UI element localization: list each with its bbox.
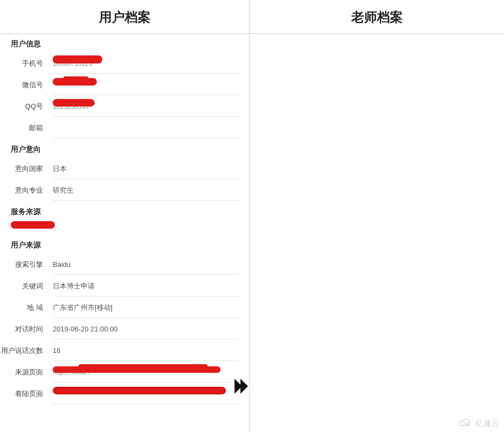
value-landing (53, 384, 239, 404)
section-source-title: 用户来源 (0, 235, 249, 254)
row-engine: 搜索引擎 Baidu (0, 254, 249, 275)
label-engine: 搜索引擎 (0, 254, 46, 270)
label-qq: QQ号 (0, 96, 46, 111)
value-engine: Baidu (53, 254, 239, 275)
row-phone: 手机号 18588718125 (0, 53, 249, 74)
double-arrow-right-icon[interactable] (235, 379, 246, 394)
label-country: 意向国家 (0, 159, 46, 174)
row-region: 地 域 广东省广州市[移动] (0, 298, 249, 318)
redaction-mark (53, 78, 97, 86)
redaction-mark (53, 99, 95, 107)
user-profile-title: 用户档案 (0, 0, 249, 34)
label-major: 意向专业 (0, 180, 46, 195)
value-wechat (53, 75, 239, 95)
label-region: 地 域 (0, 298, 46, 313)
value-country: 日本 (53, 159, 239, 179)
row-wechat: 微信号 (0, 75, 249, 95)
cloud-icon (458, 418, 473, 429)
section-user-info-title: 用户信息 (0, 34, 249, 53)
label-landing: 着陆页面 (0, 384, 46, 399)
label-talk-count: 用户说话次数 (0, 341, 46, 356)
watermark: 亿速云 (458, 418, 500, 429)
row-referrer: 来源页面 https://www... (0, 362, 249, 383)
redaction-mark (53, 55, 102, 63)
row-major: 意向专业 研究生 (0, 180, 249, 201)
value-keyword: 日本博士申请 (53, 276, 239, 296)
redaction-mark (53, 387, 226, 394)
redaction-mark (53, 366, 221, 373)
value-qq: 1815258333 (53, 96, 239, 117)
row-email: 邮箱 (0, 118, 249, 138)
value-phone: 18588718125 (53, 53, 239, 74)
value-email (53, 118, 239, 138)
teacher-profile-panel: 老师档案 (250, 0, 504, 432)
row-talk-count: 用户说话次数 16 (0, 341, 249, 361)
label-referrer: 来源页面 (0, 362, 46, 377)
user-profile-panel: 用户档案 用户信息 手机号 18588718125 微信号 QQ号 181525… (0, 0, 249, 432)
row-country: 意向国家 日本 (0, 159, 249, 179)
label-dialog-time: 对话时间 (0, 319, 46, 334)
label-email: 邮箱 (0, 118, 46, 133)
section-intent-title: 用户意向 (0, 139, 249, 159)
watermark-text: 亿速云 (475, 419, 500, 429)
value-referrer: https://www... (53, 362, 239, 383)
label-wechat: 微信号 (0, 75, 46, 90)
row-service-source (0, 221, 249, 235)
value-major: 研究生 (53, 180, 239, 201)
teacher-profile-title: 老师档案 (250, 0, 504, 34)
row-landing: 着陆页面 (0, 384, 249, 404)
redaction-mark (11, 221, 55, 229)
label-keyword: 关键词 (0, 276, 46, 291)
row-dialog-time: 对话时间 2019-06-20 21:00:00 (0, 319, 249, 339)
row-keyword: 关键词 日本博士申请 (0, 276, 249, 296)
row-qq: QQ号 1815258333 (0, 96, 249, 117)
label-phone: 手机号 (0, 53, 46, 68)
value-talk-count: 16 (53, 341, 239, 361)
section-service-title: 服务来源 (0, 202, 249, 221)
value-region: 广东省广州市[移动] (53, 298, 239, 318)
value-dialog-time: 2019-06-20 21:00:00 (53, 319, 239, 339)
